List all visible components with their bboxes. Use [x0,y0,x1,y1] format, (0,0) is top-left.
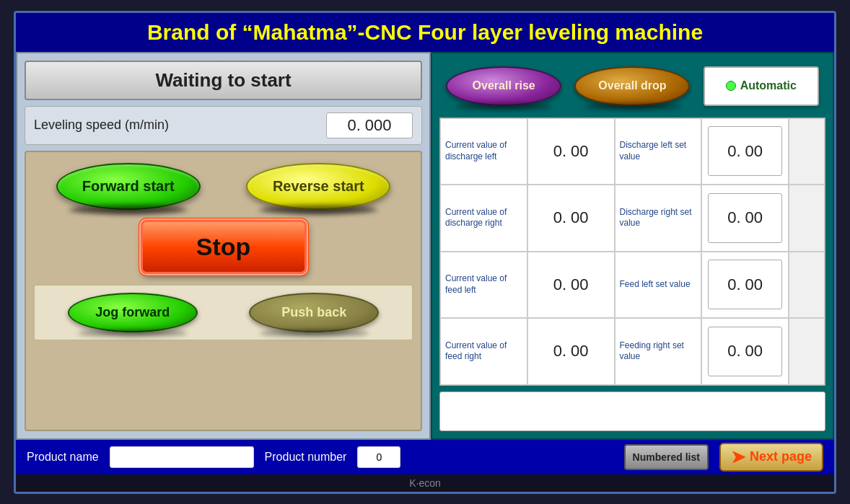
grid-label-3-1: Feeding right set value [615,318,702,385]
automatic-label: Automatic [740,79,797,92]
stop-button[interactable]: Stop [141,220,307,274]
left-panel: Waiting to start Leveling speed (m/min) … [16,52,431,440]
grid-label-1-1: Discharge right set value [615,185,702,252]
top-buttons-row: Overall rise Overall drop Automatic [439,61,825,112]
grid-label-2-0: Current value of feed left [440,252,527,319]
reverse-wrap: Reverse start [246,163,390,210]
grid-value-1-0: 0. 00 [527,185,615,252]
grid-input-2-1[interactable] [701,252,789,319]
overall-drop-wrap: Overall drop [574,66,690,106]
forward-start-button[interactable]: Forward start [56,163,201,210]
auto-indicator [726,81,736,91]
discharge-right-set-input[interactable] [708,193,782,243]
jog-forward-wrap: Jog forward [68,293,198,332]
push-back-wrap: Push back [249,293,379,332]
next-page-button[interactable]: ➤ Next page [719,443,823,472]
logo-text: K·econ [409,477,441,489]
grid-value-3-0: 0. 00 [527,318,615,385]
grid-label-0-1: Discharge left set value [615,118,702,185]
forward-wrap: Forward start [56,163,201,210]
title-bar: Brand of “Mahatma”-CNC Four layer leveli… [16,13,834,52]
speed-label: Leveling speed (m/min) [34,118,169,133]
start-buttons-row: Forward start Reverse start [33,163,413,210]
next-page-label: Next page [750,449,812,464]
grid-input-1-1[interactable] [701,185,789,252]
grid-extra-0 [789,118,825,185]
push-back-button[interactable]: Push back [249,293,379,332]
product-number-label: Product number [265,451,347,464]
product-name-label: Product name [27,451,99,464]
overall-rise-button[interactable]: Overall rise [446,66,561,106]
feed-right-set-input[interactable] [708,327,782,376]
message-area [439,392,825,431]
main-frame: Brand of “Mahatma”-CNC Four layer leveli… [14,11,836,494]
grid-label-0-0: Current value of discharge left [440,118,527,185]
page-title: Brand of “Mahatma”-CNC Four layer leveli… [147,20,703,44]
speed-row: Leveling speed (m/min) 0. 000 [25,106,422,145]
grid-label-2-1: Feed left set value [615,252,702,319]
grid-extra-1 [789,185,825,252]
numbered-list-button[interactable]: Numbered list [624,444,709,470]
grid-extra-3 [789,318,825,385]
automatic-button[interactable]: Automatic [704,66,819,106]
status-text: Waiting to start [155,69,291,91]
feed-left-set-input[interactable] [708,260,782,309]
next-page-arrow-icon: ➤ [731,447,745,467]
speed-value: 0. 000 [326,112,413,138]
grid-input-3-1[interactable] [701,318,789,385]
grid-value-0-0: 0. 00 [527,118,615,185]
product-number-input[interactable] [357,446,400,468]
main-content: Waiting to start Leveling speed (m/min) … [16,52,834,440]
grid-value-2-0: 0. 00 [527,252,615,319]
grid-label-1-0: Current value of discharge right [440,185,527,252]
overall-drop-button[interactable]: Overall drop [574,66,690,106]
status-box: Waiting to start [25,61,422,100]
bottom-bar: Product name Product number Numbered lis… [16,440,834,474]
jog-area: Jog forward Push back [33,284,413,341]
overall-rise-wrap: Overall rise [446,66,561,106]
discharge-left-set-input[interactable] [708,126,782,176]
reverse-start-button[interactable]: Reverse start [246,163,390,210]
grid-input-0-1[interactable] [701,118,789,185]
data-grid: Current value of discharge left 0. 00 Di… [439,118,825,386]
jog-forward-button[interactable]: Jog forward [68,293,198,332]
grid-label-3-0: Current value of feed right [440,318,527,385]
controls-area: Forward start Reverse start Stop Jog for [25,151,422,431]
stop-row: Stop [33,220,413,274]
right-panel: Overall rise Overall drop Automatic Curr… [431,52,834,440]
logo-bar: K·econ [16,474,834,492]
grid-extra-2 [789,252,825,319]
product-name-input[interactable] [110,446,254,468]
